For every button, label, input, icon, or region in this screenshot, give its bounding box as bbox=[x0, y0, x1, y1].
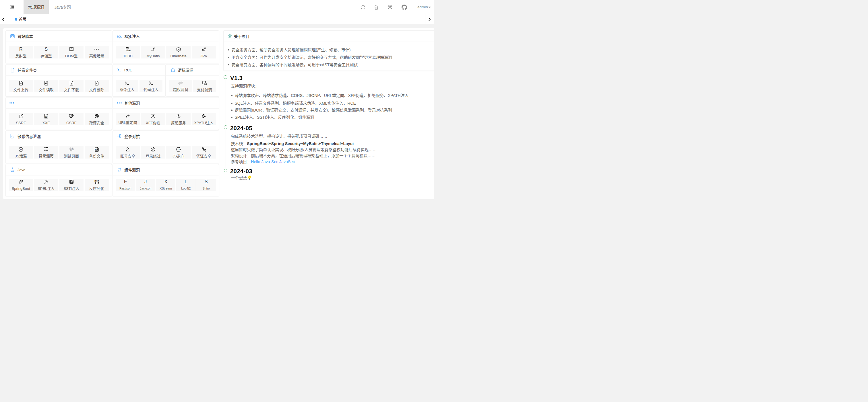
svg-text:测试: 测试 bbox=[70, 148, 73, 150]
svg-text:json: json bbox=[94, 179, 99, 182]
svg-text:ZIP: ZIP bbox=[95, 149, 97, 150]
svg-text:JS: JS bbox=[20, 148, 22, 150]
svg-text:SQL: SQL bbox=[117, 35, 122, 38]
svg-text:DOM: DOM bbox=[70, 49, 73, 51]
svg-text:XML: XML bbox=[45, 116, 48, 118]
svg-text:JDBC: JDBC bbox=[127, 50, 131, 52]
svg-text:JS: JS bbox=[177, 148, 179, 150]
